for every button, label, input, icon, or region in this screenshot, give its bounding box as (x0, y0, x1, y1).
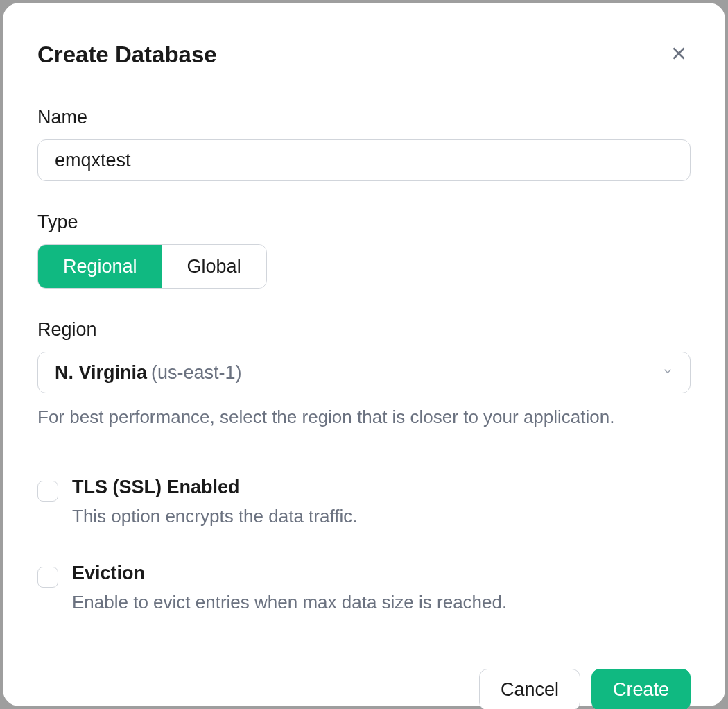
type-toggle: Regional Global (37, 244, 267, 289)
tls-description: This option encrypts the data traffic. (72, 504, 357, 529)
tls-label[interactable]: TLS (SSL) Enabled (72, 477, 357, 498)
eviction-checkbox[interactable] (37, 567, 58, 588)
eviction-description: Enable to evict entries when max data si… (72, 590, 507, 615)
modal-title: Create Database (37, 42, 217, 68)
form-body: Name Type Regional Global Region N. Virg… (37, 107, 691, 648)
tls-text: TLS (SSL) Enabled This option encrypts t… (72, 477, 357, 529)
type-label: Type (37, 212, 691, 233)
create-database-modal: Create Database Name Type Regional Globa… (3, 3, 725, 706)
tls-checkbox[interactable] (37, 481, 58, 502)
tls-row: TLS (SSL) Enabled This option encrypts t… (37, 477, 691, 529)
eviction-label[interactable]: Eviction (72, 563, 507, 584)
region-selected-code: (us-east-1) (151, 362, 242, 384)
cancel-button[interactable]: Cancel (479, 669, 580, 709)
close-button[interactable] (667, 42, 691, 67)
name-input[interactable] (37, 139, 691, 181)
close-icon (670, 44, 688, 65)
type-option-regional[interactable]: Regional (38, 245, 162, 288)
region-select-wrap: N. Virginia (us-east-1) (37, 352, 691, 393)
modal-footer: Cancel Create (37, 669, 691, 709)
type-option-global[interactable]: Global (162, 245, 266, 288)
region-selected-name: N. Virginia (55, 362, 147, 384)
region-label: Region (37, 319, 691, 341)
region-select[interactable]: N. Virginia (us-east-1) (37, 352, 691, 393)
options-group: TLS (SSL) Enabled This option encrypts t… (37, 477, 691, 615)
name-group: Name (37, 107, 691, 181)
region-group: Region N. Virginia (us-east-1) For best … (37, 319, 691, 429)
type-group: Type Regional Global (37, 212, 691, 289)
region-help-text: For best performance, select the region … (37, 404, 691, 429)
name-label: Name (37, 107, 691, 128)
eviction-text: Eviction Enable to evict entries when ma… (72, 563, 507, 615)
chevron-down-icon (661, 365, 674, 380)
eviction-row: Eviction Enable to evict entries when ma… (37, 563, 691, 615)
modal-header: Create Database (37, 42, 691, 68)
create-button[interactable]: Create (591, 669, 691, 709)
